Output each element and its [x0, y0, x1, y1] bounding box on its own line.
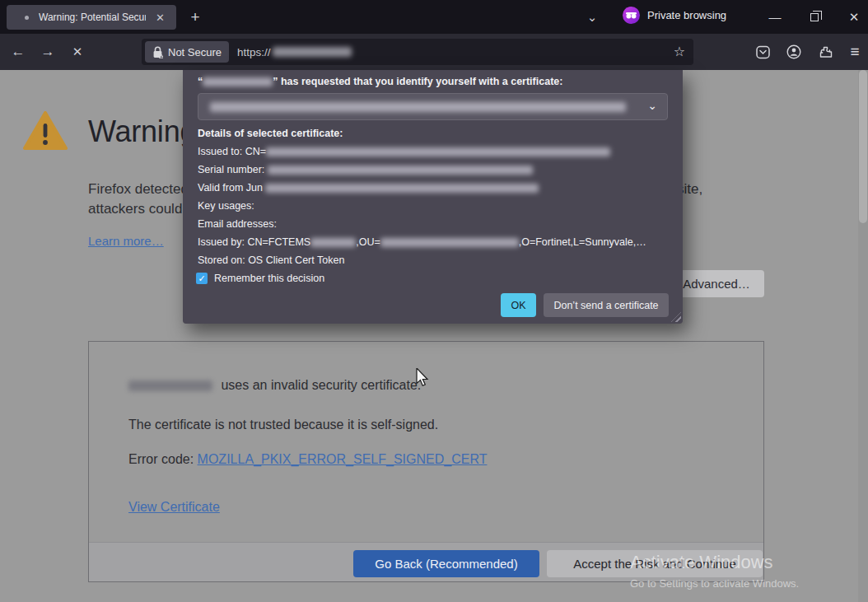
redacted-url	[273, 47, 352, 57]
stop-button[interactable]: ✕	[66, 42, 89, 62]
remember-label: Remember this decision	[214, 273, 324, 284]
view-certificate-link[interactable]: View Certificate	[128, 500, 220, 514]
pocket-icon[interactable]	[753, 42, 772, 62]
extensions-puzzle-icon[interactable]	[815, 42, 835, 62]
redacted-certificate-name	[210, 102, 626, 112]
tab-title: Warning: Potential Security Risk	[39, 12, 146, 23]
back-button[interactable]: ←	[7, 42, 30, 62]
not-secure-label: Not Secure	[168, 46, 222, 58]
stored-on-row: Stored on: OS Client Cert Token	[198, 254, 344, 266]
redacted-validity	[265, 184, 539, 193]
private-browsing-label: Private browsing	[647, 9, 726, 21]
error-code-line: Error code: MOZILLA_PKIX_ERROR_SELF_SIGN…	[128, 452, 487, 467]
url-bar[interactable]: Not Secure https:// ☆	[142, 39, 693, 65]
ok-button[interactable]: OK	[501, 293, 536, 317]
minimize-button[interactable]: —	[756, 0, 794, 34]
invalid-cert-line: uses an invalid security certificate.	[128, 378, 421, 393]
tab-warning-security-risk[interactable]: Warning: Potential Security Risk ✕	[7, 5, 176, 30]
not-trusted-line: The certificate is not trusted because i…	[128, 418, 438, 432]
tab-close-icon[interactable]: ✕	[152, 10, 168, 26]
tab-list-chevron-icon[interactable]: ⌄	[581, 7, 603, 27]
redacted-issuer-cn	[310, 238, 356, 247]
url-scheme: https://	[237, 46, 271, 58]
redacted-serial	[268, 166, 533, 175]
account-icon[interactable]	[784, 42, 804, 62]
redacted-requesting-host	[203, 77, 273, 86]
redacted-issued-to	[266, 147, 610, 156]
forward-button[interactable]: →	[36, 42, 59, 62]
redacted-issuer-ou	[380, 238, 519, 247]
dialog-title: “” has requested that you identify yours…	[198, 76, 562, 87]
private-browsing-mask-icon	[623, 7, 640, 24]
certificate-dropdown[interactable]: ⌄	[198, 93, 668, 120]
dialog-resize-grip[interactable]	[671, 312, 681, 322]
go-back-button[interactable]: Go Back (Recommended)	[353, 550, 539, 577]
valid-from-row: Valid from Jun	[198, 182, 539, 194]
bookmark-star-icon[interactable]: ☆	[674, 44, 685, 59]
activate-windows-watermark: Activate Windows	[630, 552, 773, 573]
error-code-link[interactable]: MOZILLA_PKIX_ERROR_SELF_SIGNED_CERT	[198, 452, 488, 466]
redacted-site-name	[128, 380, 212, 391]
activate-windows-subtext: Go to Settings to activate Windows.	[630, 577, 799, 590]
learn-more-link[interactable]: Learn more…	[88, 234, 164, 248]
navigation-toolbar: ← → ✕ Not Secure https:// ☆	[0, 34, 868, 70]
serial-number-row: Serial number:	[198, 164, 533, 175]
dont-send-certificate-button[interactable]: Don’t send a certificate	[544, 293, 669, 317]
scrollbar-thumb[interactable]	[859, 70, 867, 223]
page-scrollbar[interactable]	[858, 70, 868, 602]
close-window-button[interactable]: ✕	[835, 0, 868, 34]
checkbox-checked-icon[interactable]: ✓	[196, 273, 208, 284]
warning-triangle-icon	[23, 111, 68, 154]
dropdown-chevron-icon: ⌄	[647, 99, 657, 112]
hamburger-menu-icon[interactable]: ≡	[845, 42, 865, 62]
details-heading: Details of selected certificate:	[198, 128, 343, 139]
restore-icon	[810, 13, 819, 21]
site-security-chip[interactable]: Not Secure	[145, 41, 229, 63]
insecure-lock-icon	[152, 46, 163, 58]
key-usages-row: Key usages:	[198, 200, 254, 212]
private-browsing-badge: Private browsing	[623, 7, 726, 24]
remember-decision-row[interactable]: ✓ Remember this decision	[196, 273, 324, 284]
tab-favicon-dot-icon	[25, 16, 29, 20]
issued-to-row: Issued to: CN=	[198, 146, 610, 157]
certificate-request-dialog: “” has requested that you identify yours…	[183, 70, 683, 324]
mouse-cursor	[416, 368, 434, 391]
issued-by-row: Issued by: CN=FCTEMS,OU=,O=Fortinet,L=Su…	[198, 236, 646, 248]
email-addresses-row: Email addresses:	[198, 218, 277, 230]
new-tab-button[interactable]: +	[184, 7, 206, 27]
browser-window: Warning: Potential Security Risk ✕ + ⌄ P…	[0, 0, 868, 602]
restore-window-button[interactable]	[796, 0, 833, 34]
title-bar: Warning: Potential Security Risk ✕ + ⌄ P…	[0, 0, 868, 34]
view-certificate-line: View Certificate	[128, 500, 220, 515]
advanced-button[interactable]: Advanced…	[669, 270, 764, 297]
